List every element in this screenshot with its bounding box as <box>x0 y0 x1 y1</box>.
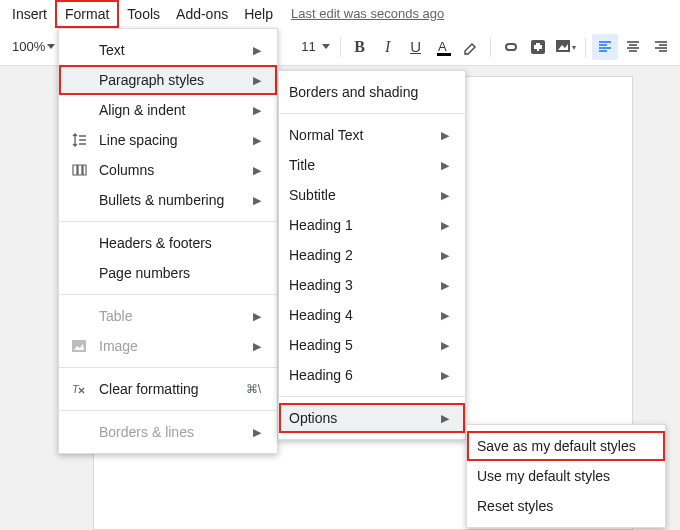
font-size-value: 11 <box>301 39 315 54</box>
para-h2[interactable]: Heading 2▶ <box>279 240 465 270</box>
para-subtitle[interactable]: Subtitle▶ <box>279 180 465 210</box>
format-line-spacing[interactable]: Line spacing▶ <box>59 125 277 155</box>
shortcut: ⌘\ <box>246 382 261 396</box>
line-spacing-icon <box>69 132 89 148</box>
image-icon <box>69 339 89 353</box>
format-table: Table▶ <box>59 301 277 331</box>
align-left-icon <box>597 39 613 55</box>
para-h6[interactable]: Heading 6▶ <box>279 360 465 390</box>
para-h4[interactable]: Heading 4▶ <box>279 300 465 330</box>
menu-help[interactable]: Help <box>236 2 281 26</box>
format-image: Image▶ <box>59 331 277 361</box>
format-dropdown: Text▶ Paragraph styles▶ Align & indent▶ … <box>58 28 278 454</box>
para-h5[interactable]: Heading 5▶ <box>279 330 465 360</box>
image-icon <box>555 38 577 56</box>
svg-text:A: A <box>438 39 447 54</box>
text-color-icon: A <box>435 38 453 56</box>
italic-button[interactable]: I <box>375 34 401 60</box>
align-center-icon <box>625 39 641 55</box>
format-columns[interactable]: Columns▶ <box>59 155 277 185</box>
highlight-button[interactable] <box>458 34 484 60</box>
zoom-dropdown[interactable]: 100% <box>6 39 61 54</box>
para-h3[interactable]: Heading 3▶ <box>279 270 465 300</box>
caret-down-icon <box>47 44 55 49</box>
format-page-numbers[interactable]: Page numbers <box>59 258 277 288</box>
highlighter-icon <box>462 38 480 56</box>
menu-format[interactable]: Format <box>55 0 119 28</box>
add-comment-button[interactable] <box>525 34 551 60</box>
insert-link-button[interactable] <box>497 34 523 60</box>
underline-button[interactable]: U <box>403 34 429 60</box>
text-color-button[interactable]: A <box>431 34 457 60</box>
para-options[interactable]: Options▶ <box>279 403 465 433</box>
para-h1[interactable]: Heading 1▶ <box>279 210 465 240</box>
align-center-button[interactable] <box>620 34 646 60</box>
para-normal[interactable]: Normal Text▶ <box>279 120 465 150</box>
caret-down-icon <box>322 44 330 49</box>
clear-format-icon: T <box>69 381 89 397</box>
menu-tools[interactable]: Tools <box>119 2 168 26</box>
columns-icon <box>69 162 89 178</box>
svg-marker-8 <box>572 46 576 50</box>
align-right-button[interactable] <box>648 34 674 60</box>
para-borders-shading[interactable]: Borders and shading <box>279 77 465 107</box>
format-borders-lines: Borders & lines▶ <box>59 417 277 447</box>
align-left-button[interactable] <box>592 34 618 60</box>
align-right-icon <box>653 39 669 55</box>
opt-save-default[interactable]: Save as my default styles <box>467 431 665 461</box>
menu-addons[interactable]: Add-ons <box>168 2 236 26</box>
svg-rect-9 <box>72 340 86 352</box>
para-title[interactable]: Title▶ <box>279 150 465 180</box>
menubar: Insert Format Tools Add-ons Help Last ed… <box>0 0 680 28</box>
link-icon <box>501 38 519 56</box>
last-edit-link[interactable]: Last edit was seconds ago <box>291 6 444 21</box>
opt-use-default[interactable]: Use my default styles <box>467 461 665 491</box>
format-paragraph-styles[interactable]: Paragraph styles▶ <box>59 65 277 95</box>
paragraph-styles-dropdown: Borders and shading Normal Text▶ Title▶ … <box>278 70 466 440</box>
format-bullets[interactable]: Bullets & numbering▶ <box>59 185 277 215</box>
comment-icon <box>529 38 547 56</box>
opt-reset[interactable]: Reset styles <box>467 491 665 521</box>
svg-rect-5 <box>537 43 539 51</box>
options-dropdown: Save as my default styles Use my default… <box>466 424 666 528</box>
zoom-value: 100% <box>12 39 45 54</box>
bold-button[interactable]: B <box>347 34 373 60</box>
svg-text:T: T <box>72 383 80 395</box>
format-align-indent[interactable]: Align & indent▶ <box>59 95 277 125</box>
insert-image-button[interactable] <box>553 34 579 60</box>
menu-insert[interactable]: Insert <box>4 2 55 26</box>
svg-rect-1 <box>437 53 451 56</box>
format-headers-footers[interactable]: Headers & footers <box>59 228 277 258</box>
font-size-dropdown[interactable]: 11 <box>297 39 333 54</box>
format-clear[interactable]: T Clear formatting ⌘\ <box>59 374 277 404</box>
format-text[interactable]: Text▶ <box>59 35 277 65</box>
